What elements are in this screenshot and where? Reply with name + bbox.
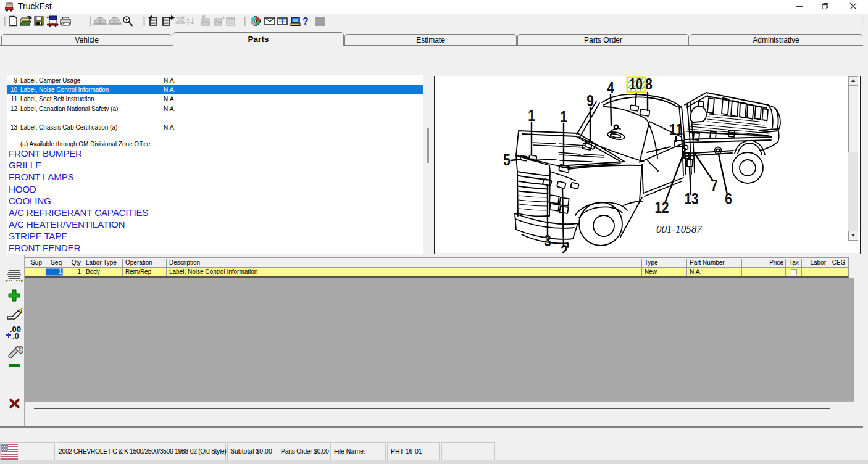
svg-text:13: 13 <box>684 190 698 208</box>
svg-text:6: 6 <box>725 190 732 208</box>
svg-text:7: 7 <box>711 176 718 194</box>
svg-text:10: 10 <box>629 76 643 93</box>
svg-text:1: 1 <box>528 107 535 125</box>
svg-text:3: 3 <box>544 232 551 250</box>
svg-text:001-10587: 001-10587 <box>656 223 703 235</box>
svg-text:8: 8 <box>645 76 653 93</box>
svg-text:.0: .0 <box>12 331 19 341</box>
svg-text:2: 2 <box>561 242 568 253</box>
svg-text:?: ? <box>303 16 309 27</box>
svg-text:4: 4 <box>607 79 614 97</box>
svg-text:Z: Z <box>186 21 190 27</box>
svg-text:12: 12 <box>654 199 669 217</box>
svg-text:5: 5 <box>503 151 511 169</box>
svg-text:11: 11 <box>669 121 683 139</box>
svg-text:9: 9 <box>586 92 594 110</box>
svg-text:1: 1 <box>560 108 567 126</box>
